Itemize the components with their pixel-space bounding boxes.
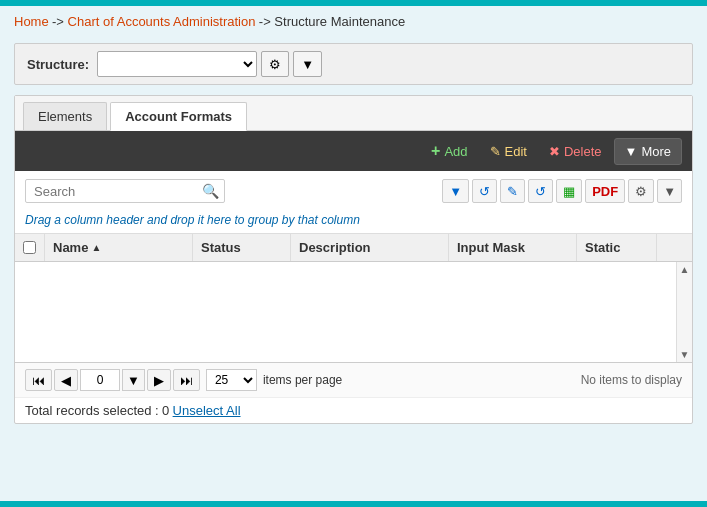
header-name[interactable]: Name ▲ <box>45 234 193 261</box>
grid-more-button[interactable]: ▼ <box>657 179 682 203</box>
settings2-icon: ⚙ <box>635 184 647 199</box>
next-page-button[interactable]: ▶ <box>147 369 171 391</box>
more-chevron-icon: ▼ <box>625 144 638 159</box>
header-static-label: Static <box>585 240 620 255</box>
header-input-mask[interactable]: Input Mask <box>449 234 577 261</box>
pagination-controls: ⏮ ◀ ▼ ▶ ⏭ 25 50 100 <box>25 369 342 391</box>
footer-bar: Total records selected : 0 Unselect All <box>15 397 692 423</box>
refresh-button[interactable]: ↺ <box>472 179 497 203</box>
search-row: 🔍 ▼ ↺ ✎ ↺ ▦ PDF <box>15 171 692 211</box>
search-icon[interactable]: 🔍 <box>202 183 219 199</box>
grid-header: Name ▲ Status Description Input Mask Sta… <box>15 234 692 262</box>
grid-container: Name ▲ Status Description Input Mask Sta… <box>15 233 692 362</box>
breadcrumb-home[interactable]: Home <box>14 14 49 29</box>
refresh2-button[interactable]: ↺ <box>528 179 553 203</box>
more-button-label: More <box>641 144 671 159</box>
prev-page-button[interactable]: ◀ <box>54 369 78 391</box>
search-box: 🔍 <box>25 179 225 203</box>
pencil2-button[interactable]: ✎ <box>500 179 525 203</box>
tab-elements[interactable]: Elements <box>23 102 107 130</box>
refresh-icon: ↺ <box>479 184 490 199</box>
header-description-label: Description <box>299 240 371 255</box>
grid-view-button[interactable]: ▦ <box>556 179 582 203</box>
structure-dropdown-button[interactable]: ▼ <box>293 51 322 77</box>
pencil2-icon: ✎ <box>507 184 518 199</box>
scroll-down-icon[interactable]: ▼ <box>680 349 690 360</box>
pdf-button[interactable]: PDF <box>585 179 625 203</box>
main-content: Structure: ⚙ ▼ Elements Account Formats … <box>0 37 707 430</box>
breadcrumb: Home -> Chart of Accounts Administration… <box>0 6 707 37</box>
toolbar: + Add ✎ Edit ✖ Delete ▼ More <box>15 131 692 171</box>
grid-toolbar: ▼ ↺ ✎ ↺ ▦ PDF ⚙ <box>442 179 682 203</box>
select-all-checkbox[interactable] <box>23 241 36 254</box>
pagination-bar: ⏮ ◀ ▼ ▶ ⏭ 25 50 100 <box>15 362 692 397</box>
sort-asc-icon: ▲ <box>91 242 101 253</box>
tab-account-formats[interactable]: Account Formats <box>110 102 247 131</box>
breadcrumb-sep2: -> <box>259 14 275 29</box>
breadcrumb-current: Structure Maintenance <box>274 14 405 29</box>
last-page-icon: ⏭ <box>180 373 193 388</box>
structure-gear-button[interactable]: ⚙ <box>261 51 289 77</box>
filter-button[interactable]: ▼ <box>442 179 469 203</box>
edit-button[interactable]: ✎ Edit <box>480 139 537 164</box>
page-down-button[interactable]: ▼ <box>122 369 145 391</box>
header-static[interactable]: Static <box>577 234 657 261</box>
structure-bar: Structure: ⚙ ▼ <box>14 43 693 85</box>
settings2-button[interactable]: ⚙ <box>628 179 654 203</box>
add-button-label: Add <box>444 144 467 159</box>
x-icon: ✖ <box>549 144 560 159</box>
structure-select[interactable] <box>97 51 257 77</box>
edit-button-label: Edit <box>505 144 527 159</box>
next-page-icon: ▶ <box>154 373 164 388</box>
breadcrumb-coa[interactable]: Chart of Accounts Administration <box>68 14 256 29</box>
records-count: 0 <box>162 403 169 418</box>
delete-button[interactable]: ✖ Delete <box>539 139 612 164</box>
chevron-down-icon: ▼ <box>301 57 314 72</box>
pdf-icon: PDF <box>592 184 618 199</box>
more-button[interactable]: ▼ More <box>614 138 683 165</box>
grid-view-icon: ▦ <box>563 184 575 199</box>
page-number-input[interactable] <box>80 369 120 391</box>
header-status[interactable]: Status <box>193 234 291 261</box>
unselect-all-link[interactable]: Unselect All <box>173 403 241 418</box>
plus-icon: + <box>431 142 440 160</box>
filter-icon: ▼ <box>449 184 462 199</box>
delete-button-label: Delete <box>564 144 602 159</box>
tab-elements-label: Elements <box>38 109 92 124</box>
pencil-icon: ✎ <box>490 144 501 159</box>
last-page-button[interactable]: ⏭ <box>173 369 200 391</box>
gear-icon: ⚙ <box>269 57 281 72</box>
header-description[interactable]: Description <box>291 234 449 261</box>
refresh2-icon: ↺ <box>535 184 546 199</box>
header-input-mask-label: Input Mask <box>457 240 525 255</box>
tabs-container: Elements Account Formats <box>15 96 692 131</box>
header-checkbox <box>15 234 45 261</box>
page-down-icon: ▼ <box>127 373 140 388</box>
header-scroll <box>657 234 673 261</box>
grid-body: ▲ ▼ <box>15 262 692 362</box>
first-page-icon: ⏮ <box>32 373 45 388</box>
per-page-select[interactable]: 25 50 100 <box>206 369 257 391</box>
breadcrumb-sep1: -> <box>52 14 68 29</box>
prev-page-icon: ◀ <box>61 373 71 388</box>
scrollbar-area[interactable]: ▲ ▼ <box>676 262 692 362</box>
panel: Elements Account Formats + Add ✎ Edit ✖ … <box>14 95 693 424</box>
search-input[interactable] <box>34 184 202 199</box>
structure-label: Structure: <box>27 57 89 72</box>
header-name-label: Name <box>53 240 88 255</box>
add-button[interactable]: + Add <box>421 137 477 165</box>
header-status-label: Status <box>201 240 241 255</box>
total-records-label: Total records selected : <box>25 403 159 418</box>
tab-account-formats-label: Account Formats <box>125 109 232 124</box>
scroll-up-icon[interactable]: ▲ <box>680 264 690 275</box>
grid-rows-area <box>15 262 676 362</box>
items-per-page-label: items per page <box>263 373 342 387</box>
bottom-bar <box>0 501 707 507</box>
no-items-text: No items to display <box>581 373 682 387</box>
drag-hint: Drag a column header and drop it here to… <box>15 211 692 233</box>
grid-more-icon: ▼ <box>663 184 676 199</box>
first-page-button[interactable]: ⏮ <box>25 369 52 391</box>
